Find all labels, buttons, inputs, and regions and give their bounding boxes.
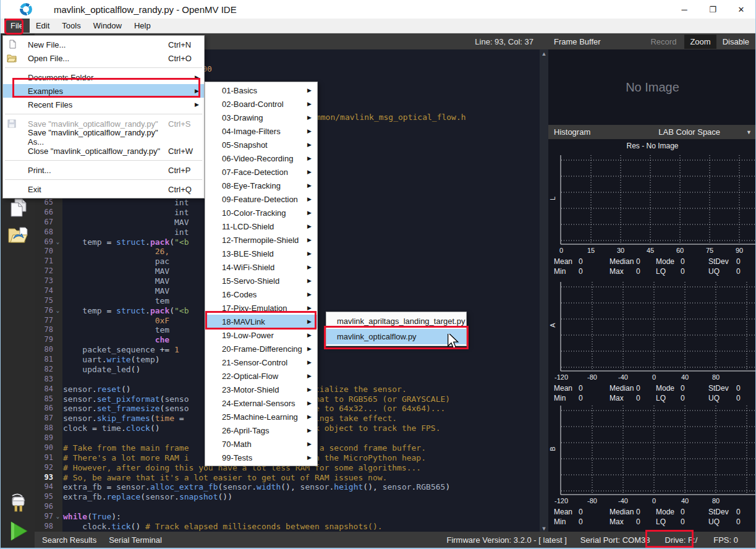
examples-item-99-tests[interactable]: 99-Tests▶ <box>205 451 317 464</box>
examples-item-18-mavlink[interactable]: 18-MAVLink▶ <box>205 315 317 328</box>
menu-separator <box>5 160 202 161</box>
axis-tick-label: 0 <box>652 373 656 381</box>
menubar-item-tools[interactable]: Tools <box>56 19 87 33</box>
file-menu-item-close-mavlink-opticalflow-randy-py[interactable]: Close "mavlink_opticalflow_randy.py"Ctrl… <box>3 144 204 158</box>
examples-item-11-lcd-shield[interactable]: 11-LCD-Shield▶ <box>205 219 317 233</box>
menubar-item-edit[interactable]: Edit <box>30 19 56 33</box>
code-line[interactable]: 93# So, be aware that it's a lot easier … <box>35 473 540 483</box>
examples-item-10-color-tracking[interactable]: 10-Color-Tracking▶ <box>205 206 317 219</box>
minimize-button[interactable]: ─ <box>670 0 699 19</box>
axis-ticks: -120-80-4004080 <box>548 373 756 381</box>
color-space-dropdown[interactable]: LAB Color Space <box>658 127 720 137</box>
examples-item-70-math[interactable]: 70-Math▶ <box>205 437 317 451</box>
examples-item-21-sensor-control[interactable]: 21-Sensor-Control▶ <box>205 355 317 369</box>
code-line[interactable]: 94extra_fb = sensor.alloc_extra_fb(senso… <box>35 482 540 492</box>
examples-item-23-motor-shield[interactable]: 23-Motor-Shield▶ <box>205 383 317 396</box>
menu-item-label: Print... <box>23 166 168 175</box>
examples-item-05-snapshot[interactable]: 05-Snapshot▶ <box>205 138 317 151</box>
connect-plug-icon[interactable] <box>6 492 30 516</box>
stat-value: 0 <box>736 517 741 526</box>
stat-min: Min0 <box>554 266 609 276</box>
examples-item-22-optical-flow[interactable]: 22-Optical-Flow▶ <box>205 369 317 383</box>
examples-item-24-external-sensors[interactable]: 24-External-Sensors▶ <box>205 396 317 410</box>
tab-search-results[interactable]: Search Results <box>40 535 99 545</box>
examples-item-02-board-control[interactable]: 02-Board-Control▶ <box>205 97 317 111</box>
drive-status[interactable]: Drive: F:/ <box>665 535 698 545</box>
examples-item-09-feature-detection[interactable]: 09-Feature-Detection▶ <box>205 192 317 206</box>
zoom-button[interactable]: Zoom <box>684 35 716 49</box>
examples-item-08-eye-tracking[interactable]: 08-Eye-Tracking▶ <box>205 179 317 192</box>
line-number: 73 <box>35 276 53 286</box>
file-menu-item-open-file[interactable]: Open File...Ctrl+O <box>3 51 204 65</box>
code-line[interactable]: 98 clock.tick() # Track elapsed millisec… <box>35 522 540 532</box>
run-script-play-icon[interactable] <box>6 519 30 543</box>
code-text <box>62 502 63 512</box>
dropdown-arrow-icon[interactable]: ▼ <box>746 129 752 135</box>
examples-item-19-low-power[interactable]: 19-Low-Power▶ <box>205 328 317 342</box>
code-line[interactable]: 97⌄while(True): <box>35 512 540 522</box>
code-line[interactable]: 96 <box>35 502 540 512</box>
record-button[interactable]: Record <box>650 37 676 46</box>
fold-column <box>53 345 62 355</box>
file-menu-item-documents-folder[interactable]: Documents Folder▶ <box>3 70 204 84</box>
axis-tick-label: 0 <box>559 247 563 254</box>
examples-item-26-april-tags[interactable]: 26-April-Tags▶ <box>205 423 317 437</box>
examples-item-04-image-filters[interactable]: 04-Image-Filters▶ <box>205 124 317 138</box>
file-menu-item-new-file[interactable]: New File...Ctrl+N <box>3 38 204 51</box>
menubar-item-help[interactable]: Help <box>128 19 157 33</box>
examples-item-07-face-detection[interactable]: 07-Face-Detection▶ <box>205 165 317 179</box>
fold-column <box>53 247 62 257</box>
examples-item-14-wifi-shield[interactable]: 14-WiFi-Shield▶ <box>205 260 317 274</box>
examples-item-12-thermopile-shield[interactable]: 12-Thermopile-Shield▶ <box>205 233 317 247</box>
fold-column <box>53 355 62 365</box>
examples-item-03-drawing[interactable]: 03-Drawing▶ <box>205 111 317 124</box>
submenu-arrow-icon: ▶ <box>193 101 199 108</box>
line-number: 72 <box>35 266 53 276</box>
stat-label: UQ <box>708 517 736 527</box>
code-line[interactable]: 95extra_fb.replace(sensor.snapshot()) <box>35 492 540 502</box>
file-menu-item-save-mavlink-opticalflow-randy-py-as[interactable]: Save "mavlink_opticalflow_randy.py" As..… <box>3 130 204 144</box>
menubar-item-window[interactable]: Window <box>87 19 128 33</box>
menu-item-label: 10-Color-Tracking <box>222 208 305 218</box>
examples-submenu: 01-Basics▶02-Board-Control▶03-Drawing▶04… <box>205 82 318 466</box>
maximize-button[interactable]: ❐ <box>699 0 727 19</box>
file-menu-item-print[interactable]: Print...Ctrl+P <box>3 163 204 177</box>
stat-label: StDev <box>708 383 736 393</box>
examples-item-16-codes[interactable]: 16-Codes▶ <box>205 287 317 301</box>
examples-item-17-pixy-emulation[interactable]: 17-Pixy-Emulation▶ <box>205 301 317 315</box>
file-menu-item-exit[interactable]: ExitCtrl+Q <box>3 182 204 196</box>
menu-item-label: 99-Tests <box>222 453 305 462</box>
new-file-icon[interactable] <box>6 197 30 220</box>
line-number: 71 <box>35 257 53 266</box>
editor-scrollbar[interactable]: ▲ ▼ <box>540 49 548 533</box>
examples-item-15-servo-shield[interactable]: 15-Servo-Shield▶ <box>205 274 317 287</box>
code-text: uart.write(temp) <box>62 355 160 365</box>
menubar-item-file[interactable]: File <box>4 19 30 33</box>
examples-item-25-machine-learning[interactable]: 25-Machine-Learning▶ <box>205 410 317 423</box>
menu-item-label: 70-Math <box>222 440 305 449</box>
disable-button[interactable]: Disable <box>719 35 753 49</box>
line-number: 88 <box>35 423 53 433</box>
scroll-up-icon[interactable]: ▲ <box>542 49 547 58</box>
examples-item-06-video-recording[interactable]: 06-Video-Recording▶ <box>205 151 317 165</box>
stat-label: Median <box>609 257 636 266</box>
file-menu-item-examples[interactable]: Examples▶ <box>3 84 204 98</box>
examples-item-20-frame-differencing[interactable]: 20-Frame-Differencing▶ <box>205 342 317 355</box>
open-file-icon[interactable] <box>6 224 30 247</box>
histogram-stats: Mean0Median0Mode0StDev0Min0Max0LQ0UQ0 <box>554 257 755 276</box>
examples-item-01-basics[interactable]: 01-Basics▶ <box>205 83 317 97</box>
examples-item-13-ble-shield[interactable]: 13-BLE-Shield▶ <box>205 247 317 260</box>
tab-serial-terminal[interactable]: Serial Terminal <box>106 535 164 545</box>
stat-label: Mode <box>656 507 681 517</box>
histogram-plot <box>548 154 756 245</box>
mavlink-item-mavlink-opticalflow-py[interactable]: mavlink_opticalflow.py <box>326 329 466 344</box>
stat-uq: UQ0 <box>708 517 755 527</box>
histogram-header: Histogram LAB Color Space ▼ <box>548 125 756 139</box>
file-menu-item-recent-files[interactable]: Recent Files▶ <box>3 98 204 111</box>
fold-column <box>53 286 62 296</box>
stat-mean: Mean0 <box>554 383 609 393</box>
serial-port-status[interactable]: Serial Port: COM38 <box>580 535 650 545</box>
close-button[interactable]: ✕ <box>727 0 755 19</box>
mavlink-item-mavlink-apriltags-landing-target-py[interactable]: mavlink_apriltags_landing_target.py <box>326 313 466 329</box>
resolution-status: Res - No Image <box>548 139 756 153</box>
